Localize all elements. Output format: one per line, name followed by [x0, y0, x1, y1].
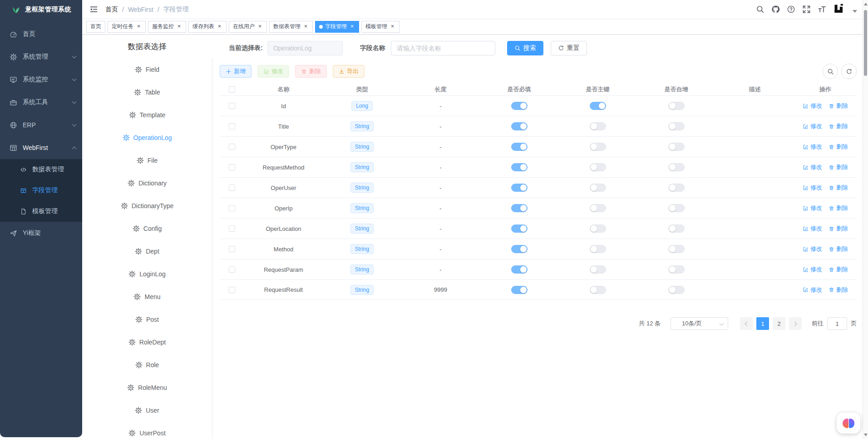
delete-link[interactable]: 删除: [829, 102, 848, 110]
sidebar-item-2[interactable]: 系统监控: [0, 68, 82, 91]
required-toggle[interactable]: [511, 163, 528, 171]
page-button-1[interactable]: 1: [756, 317, 769, 330]
sidebar-item-5[interactable]: WebFirst: [0, 136, 82, 159]
row-checkbox[interactable]: [229, 287, 235, 293]
tree-item-Menu[interactable]: Menu: [82, 285, 212, 308]
tab-7[interactable]: 模板管理 ×: [361, 21, 399, 33]
breadcrumb-item-2[interactable]: 字段管理: [163, 5, 189, 14]
close-icon[interactable]: ×: [257, 24, 263, 30]
required-toggle[interactable]: [511, 224, 528, 233]
primary-key-toggle[interactable]: [590, 245, 606, 253]
auto-increment-toggle[interactable]: [668, 102, 685, 110]
required-toggle[interactable]: [511, 265, 528, 274]
tree-item-File[interactable]: File: [82, 149, 212, 172]
tree-item-Config[interactable]: Config: [82, 217, 212, 240]
primary-key-toggle[interactable]: [590, 286, 606, 294]
edit-link[interactable]: 修改: [803, 224, 822, 233]
tree-item-User[interactable]: User: [82, 399, 212, 422]
refresh-tool-button[interactable]: [841, 64, 857, 79]
delete-link[interactable]: 删除: [829, 286, 848, 294]
primary-key-toggle[interactable]: [590, 122, 606, 130]
edit-link[interactable]: 修改: [803, 163, 822, 171]
delete-link[interactable]: 删除: [829, 224, 848, 233]
tab-2[interactable]: 服务监控 ×: [148, 21, 186, 33]
vertical-scrollbar[interactable]: [863, 0, 868, 439]
search-button[interactable]: 搜索: [507, 41, 543, 55]
tab-4[interactable]: 在线用户 ×: [229, 21, 267, 33]
close-icon[interactable]: ×: [303, 24, 309, 30]
sidebar-item-3[interactable]: 系统工具: [0, 91, 82, 114]
row-checkbox[interactable]: [229, 103, 235, 109]
edit-link[interactable]: 修改: [803, 204, 822, 212]
tree-item-Role[interactable]: Role: [82, 354, 212, 376]
auto-increment-toggle[interactable]: [668, 286, 685, 294]
primary-key-toggle[interactable]: [590, 184, 606, 192]
tree-item-RoleDept[interactable]: RoleDept: [82, 331, 212, 354]
auto-increment-toggle[interactable]: [668, 224, 685, 233]
next-page-button[interactable]: [789, 317, 802, 330]
sidebar-item-4[interactable]: ERP: [0, 114, 82, 136]
sidebar-item-1[interactable]: 系统管理: [0, 45, 82, 68]
edit-link[interactable]: 修改: [803, 286, 822, 294]
delete-link[interactable]: 删除: [829, 184, 848, 192]
row-checkbox[interactable]: [229, 225, 235, 232]
auto-increment-toggle[interactable]: [668, 245, 685, 253]
export-button[interactable]: 导出: [333, 65, 365, 78]
primary-key-toggle[interactable]: [590, 102, 606, 110]
required-toggle[interactable]: [511, 184, 528, 192]
primary-key-toggle[interactable]: [590, 163, 606, 171]
edit-link[interactable]: 修改: [803, 102, 822, 110]
edit-link[interactable]: 修改: [803, 143, 822, 151]
primary-key-toggle[interactable]: [590, 143, 606, 151]
github-icon[interactable]: [771, 5, 780, 14]
scroll-down-arrow-icon[interactable]: [864, 434, 868, 436]
tab-1[interactable]: 定时任务 ×: [108, 21, 146, 33]
delete-link[interactable]: 删除: [829, 163, 848, 171]
delete-link[interactable]: 删除: [829, 265, 848, 274]
row-checkbox[interactable]: [229, 164, 235, 170]
prev-page-button[interactable]: [740, 317, 753, 330]
required-toggle[interactable]: [511, 204, 528, 212]
row-checkbox[interactable]: [229, 266, 235, 273]
add-button[interactable]: 新增: [220, 65, 252, 78]
reset-button[interactable]: 重置: [551, 41, 587, 55]
select-all-checkbox[interactable]: [229, 86, 235, 93]
required-toggle[interactable]: [511, 286, 528, 294]
tab-3[interactable]: 缓存列表 ×: [188, 21, 227, 33]
tree-item-Dept[interactable]: Dept: [82, 240, 212, 263]
auto-increment-toggle[interactable]: [668, 204, 685, 212]
row-checkbox[interactable]: [229, 185, 235, 191]
scroll-up-arrow-icon[interactable]: [864, 3, 868, 5]
edit-link[interactable]: 修改: [803, 122, 822, 130]
primary-key-toggle[interactable]: [590, 204, 606, 212]
row-checkbox[interactable]: [229, 205, 235, 211]
tab-5[interactable]: 数据表管理 ×: [269, 21, 313, 33]
tab-0[interactable]: 首页: [86, 21, 105, 33]
tree-item-UserPost[interactable]: UserPost: [82, 422, 212, 439]
auto-increment-toggle[interactable]: [668, 143, 685, 151]
logo[interactable]: 意框架管理系统: [0, 0, 82, 19]
primary-key-toggle[interactable]: [590, 265, 606, 274]
delete-link[interactable]: 删除: [829, 143, 848, 151]
search-tool-button[interactable]: [823, 64, 838, 79]
auto-increment-toggle[interactable]: [668, 122, 685, 130]
edit-link[interactable]: 修改: [803, 265, 822, 274]
sidebar-item-0[interactable]: Yi框架: [0, 222, 82, 244]
goto-page-input[interactable]: [827, 317, 847, 330]
tree-item-OperationLog[interactable]: OperationLog: [82, 126, 212, 149]
tab-6[interactable]: 字段管理 ×: [315, 21, 359, 33]
required-toggle[interactable]: [511, 245, 528, 253]
row-checkbox[interactable]: [229, 144, 235, 150]
fullscreen-icon[interactable]: [802, 5, 811, 14]
field-name-input[interactable]: [391, 41, 495, 55]
edit-link[interactable]: 修改: [803, 184, 822, 192]
tree-item-Post[interactable]: Post: [82, 308, 212, 331]
tree-item-DictionaryType[interactable]: DictionaryType: [82, 195, 212, 217]
close-icon[interactable]: ×: [136, 24, 142, 30]
row-checkbox[interactable]: [229, 246, 235, 252]
required-toggle[interactable]: [511, 143, 528, 151]
close-icon[interactable]: ×: [217, 24, 222, 30]
close-icon[interactable]: ×: [390, 24, 395, 30]
tree-item-Dictionary[interactable]: Dictionary: [82, 172, 212, 195]
search-icon[interactable]: [756, 5, 764, 14]
